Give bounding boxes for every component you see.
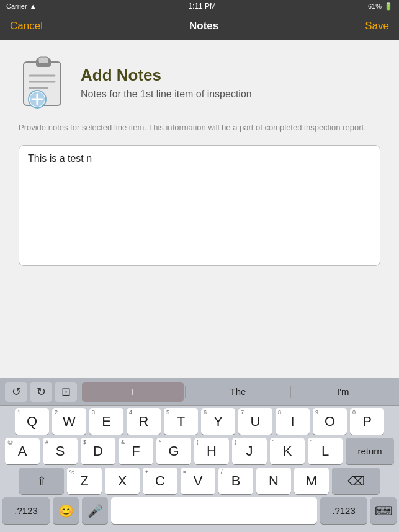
cancel-button[interactable]: Cancel <box>10 20 43 32</box>
key-row-1: 1Q 2W 3E 4R 5T 6Y 7U 8I 9O 0P <box>2 408 397 435</box>
key-row-2: @A #S $D &F *G (H )J "K 'L return <box>2 438 397 464</box>
key-o[interactable]: 9O <box>313 408 347 435</box>
autocorrect-bar: ↺ ↻ ⊡ I The I'm <box>0 378 399 406</box>
key-q[interactable]: 1Q <box>15 408 49 435</box>
key-e[interactable]: 3E <box>89 408 123 435</box>
suggestion-i[interactable]: I <box>82 382 184 402</box>
key-y[interactable]: 6Y <box>201 408 235 435</box>
key-c[interactable]: +C <box>143 468 177 494</box>
battery-icon: 🔋 <box>384 2 393 11</box>
divider2 <box>290 386 291 398</box>
key-i[interactable]: 8I <box>276 408 310 435</box>
notes-textarea[interactable]: This is a test n <box>19 145 380 266</box>
keyboard-dismiss-key[interactable]: ⌨ <box>370 497 397 524</box>
mic-key[interactable]: 🎤 <box>82 497 108 524</box>
key-d[interactable]: $D <box>81 438 115 464</box>
key-b[interactable]: /B <box>218 468 253 494</box>
keyboard-area: ↺ ↻ ⊡ I The I'm 1Q 2W 3E 4R 5T 6Y 7U 8I … <box>0 378 399 532</box>
status-right: 61% 🔋 <box>368 2 393 11</box>
undo-button[interactable]: ↺ <box>5 382 27 402</box>
key-u[interactable]: 7U <box>238 408 272 435</box>
key-h[interactable]: (H <box>194 438 229 464</box>
status-time: 1:11 PM <box>188 2 216 11</box>
header-section: Add Notes Notes for the 1st line item of… <box>19 55 380 110</box>
key-row-4: .?123 😊 🎤 .?123 ⌨ <box>2 497 397 526</box>
redo-button[interactable]: ↻ <box>30 382 52 402</box>
key-t[interactable]: 5T <box>164 408 198 435</box>
header-text-block: Add Notes Notes for the 1st line item of… <box>81 66 252 100</box>
nav-title: Notes <box>189 20 218 32</box>
add-notes-subtitle: Notes for the 1st line item of inspectio… <box>81 89 252 100</box>
key-w[interactable]: 2W <box>52 408 86 435</box>
nav-bar: Cancel Notes Save <box>0 12 399 40</box>
status-left: Carrier ▲ <box>6 2 37 10</box>
key-n[interactable]: N <box>256 468 291 494</box>
emoji-key[interactable]: 😊 <box>53 497 79 524</box>
autocorrect-suggestions: I The I'm <box>82 382 394 402</box>
key-j[interactable]: )J <box>232 438 267 464</box>
key-k[interactable]: "K <box>270 438 305 464</box>
key-a[interactable]: @A <box>5 438 40 464</box>
suggestion-the[interactable]: The <box>187 382 289 402</box>
carrier-label: Carrier <box>6 2 27 10</box>
suggestion-im[interactable]: I'm <box>292 382 394 402</box>
keyboard-rows: 1Q 2W 3E 4R 5T 6Y 7U 8I 9O 0P @A #S $D &… <box>0 406 399 526</box>
battery-percent: 61% <box>368 2 382 10</box>
wifi-icon: ▲ <box>30 2 37 10</box>
return-key[interactable]: return <box>346 438 394 464</box>
key-m[interactable]: M <box>294 468 329 494</box>
key-v[interactable]: =V <box>181 468 215 494</box>
main-content: Add Notes Notes for the 1st line item of… <box>0 40 399 378</box>
key-f[interactable]: &F <box>119 438 153 464</box>
save-button[interactable]: Save <box>365 20 389 32</box>
key-r[interactable]: 4R <box>127 408 161 435</box>
key-l[interactable]: 'L <box>308 438 343 464</box>
add-notes-title: Add Notes <box>81 66 252 85</box>
space-key[interactable] <box>111 497 317 524</box>
status-bar: Carrier ▲ 1:11 PM 61% 🔋 <box>0 0 399 12</box>
clipboard-icon <box>19 55 68 110</box>
key-z[interactable]: %Z <box>67 468 102 494</box>
numbers-key[interactable]: .?123 <box>2 497 50 524</box>
description-text: Provide notes for selected line item. Th… <box>19 122 380 134</box>
paste-button[interactable]: ⊡ <box>55 382 77 402</box>
key-row-3: ⇧ %Z -X +C =V /B N M ⌫ <box>2 468 397 494</box>
divider1 <box>185 386 186 398</box>
key-x[interactable]: -X <box>105 468 140 494</box>
numbers-key-right[interactable]: .?123 <box>320 497 367 524</box>
key-g[interactable]: *G <box>156 438 191 464</box>
key-p[interactable]: 0P <box>350 408 384 435</box>
svg-rect-2 <box>38 57 48 63</box>
shift-key[interactable]: ⇧ <box>19 468 64 494</box>
delete-key[interactable]: ⌫ <box>332 468 380 494</box>
key-s[interactable]: #S <box>43 438 78 464</box>
